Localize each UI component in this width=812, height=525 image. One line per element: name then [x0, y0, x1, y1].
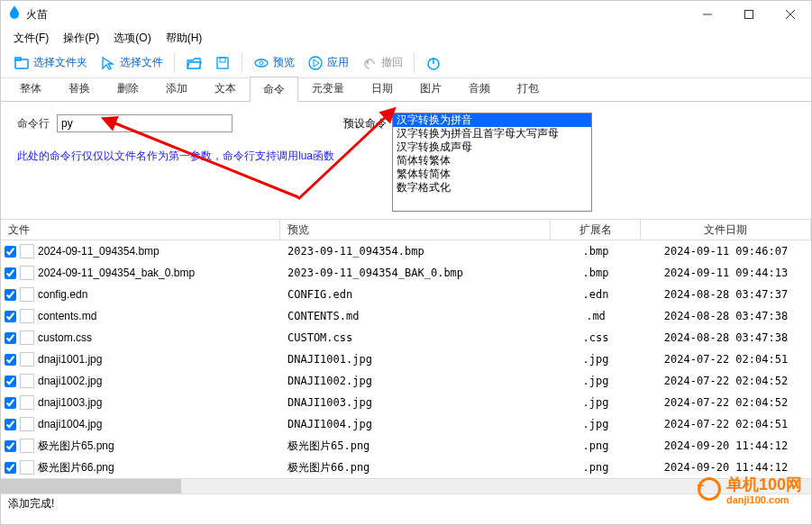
table-row[interactable]: 极光图片66.png极光图片66.png.png2024-09-20 11:44… [1, 457, 811, 478]
command-line-input[interactable] [57, 114, 233, 132]
table-row[interactable]: dnaji1003.jpgDNAJI1003.jpg.jpg2024-07-22… [1, 392, 811, 413]
table-row[interactable]: contents.mdCONTENTS.md.md2024-08-28 03:4… [1, 305, 811, 327]
row-checkbox[interactable] [5, 246, 16, 258]
tab-6[interactable]: 元变量 [298, 76, 358, 101]
preview-button[interactable]: 预览 [248, 51, 300, 75]
table-row[interactable]: dnaji1004.jpgDNAJI1004.jpg.jpg2024-07-22… [1, 413, 811, 435]
open-button[interactable] [180, 51, 207, 75]
maximize-button[interactable] [728, 1, 770, 28]
preset-command-list[interactable]: 汉字转换为拼音汉字转换为拼音且首字母大写声母汉字转换成声母简体转繁体繁体转简体数… [392, 113, 592, 212]
eye-icon [253, 55, 269, 71]
file-icon [20, 395, 34, 410]
cell-ext: .png [551, 461, 641, 474]
tab-7[interactable]: 日期 [358, 76, 406, 101]
row-checkbox[interactable] [5, 462, 16, 474]
command-panel: 命令行 此处的命令行仅仅以文件名作为第一参数，命令行支持调用lua函数 预设命令… [1, 102, 811, 219]
cell-ext: .md [551, 310, 641, 322]
cell-date: 2024-07-22 02:04:51 [641, 418, 811, 430]
preset-option[interactable]: 繁体转简体 [393, 167, 591, 181]
tab-9[interactable]: 音频 [455, 76, 504, 101]
col-header-ext[interactable]: 扩展名 [551, 220, 641, 240]
menu-operate[interactable]: 操作(P) [56, 29, 106, 48]
table-row[interactable]: dnaji1002.jpgDNAJI1002.jpg.jpg2024-07-22… [1, 370, 811, 392]
cell-preview: DNAJI1003.jpg [280, 396, 551, 409]
table-row[interactable]: config.ednCONFIG.edn.edn2024-08-28 03:47… [1, 284, 811, 305]
save-icon [214, 55, 231, 71]
save-button[interactable] [209, 51, 236, 75]
cell-date: 2024-09-20 11:44:12 [641, 439, 811, 452]
row-checkbox[interactable] [5, 376, 16, 387]
table-row[interactable]: 极光图片65.png极光图片65.png.png2024-09-20 11:44… [1, 435, 811, 457]
cell-date: 2024-08-28 03:47:38 [641, 310, 811, 322]
select-folder-button[interactable]: 选择文件夹 [8, 51, 93, 75]
tab-4[interactable]: 文本 [201, 76, 250, 101]
tab-1[interactable]: 替换 [55, 76, 104, 101]
select-files-button[interactable]: 选择文件 [95, 51, 169, 75]
cell-preview: 2023-09-11_094354.bmp [280, 245, 551, 258]
cell-date: 2024-09-11 09:44:13 [641, 267, 811, 279]
row-checkbox[interactable] [5, 419, 16, 430]
select-folder-label: 选择文件夹 [33, 55, 87, 70]
svg-rect-7 [220, 58, 225, 62]
table-row[interactable]: 2024-09-11_094354.bmp2023-09-11_094354.b… [1, 240, 811, 262]
file-grid-body[interactable]: 2024-09-11_094354.bmp2023-09-11_094354.b… [1, 240, 811, 478]
menu-options[interactable]: 选项(O) [106, 29, 158, 48]
cell-preview: DNAJI1002.jpg [280, 375, 551, 387]
cell-ext: .edn [551, 288, 641, 301]
table-row[interactable]: 2024-09-11_094354_bak_0.bmp2023-09-11_09… [1, 262, 811, 284]
tab-10[interactable]: 打包 [504, 76, 552, 101]
tab-3[interactable]: 添加 [152, 76, 201, 101]
file-icon [20, 266, 34, 280]
file-icon [20, 309, 34, 323]
cell-file: 2024-09-11_094354_bak_0.bmp [38, 267, 195, 279]
cell-file: 极光图片66.png [38, 460, 114, 475]
close-button[interactable] [770, 1, 811, 28]
tab-bar: 整体替换删除添加文本命令元变量日期图片音频打包 [1, 78, 811, 102]
cell-file: dnaji1004.jpg [38, 418, 102, 430]
cell-file: dnaji1001.jpg [38, 353, 102, 366]
tab-2[interactable]: 删除 [104, 76, 152, 101]
preset-option[interactable]: 数字格式化 [393, 181, 591, 195]
preset-option[interactable]: 简体转繁体 [393, 154, 591, 167]
menu-help[interactable]: 帮助(H) [159, 29, 210, 48]
power-button[interactable] [420, 51, 447, 75]
preset-option[interactable]: 汉字转换成声母 [393, 140, 591, 154]
col-header-preview[interactable]: 预览 [280, 220, 551, 240]
cell-date: 2024-08-28 03:47:38 [641, 331, 811, 344]
play-icon [307, 55, 324, 71]
undo-button[interactable]: 撤回 [356, 51, 408, 75]
undo-label: 撤回 [381, 55, 403, 70]
cell-preview: CONFIG.edn [280, 288, 551, 301]
minimize-button[interactable] [687, 1, 728, 28]
preset-option[interactable]: 汉字转换为拼音且首字母大写声母 [393, 127, 591, 140]
row-checkbox[interactable] [5, 440, 16, 452]
cell-ext: .bmp [551, 267, 641, 279]
cell-preview: DNAJI1004.jpg [280, 418, 551, 430]
tab-0[interactable]: 整体 [6, 76, 55, 101]
col-header-file[interactable]: 文件 [1, 220, 280, 240]
undo-icon [361, 55, 378, 71]
tab-8[interactable]: 图片 [406, 76, 455, 101]
tab-5[interactable]: 命令 [250, 77, 298, 102]
status-text: 添加完成! [8, 496, 54, 511]
preset-command-label: 预设命令 [343, 116, 387, 131]
preset-option[interactable]: 汉字转换为拼音 [393, 113, 591, 127]
table-row[interactable]: custom.cssCUSTOM.css.css2024-08-28 03:47… [1, 327, 811, 348]
row-checkbox[interactable] [5, 289, 16, 301]
col-header-date[interactable]: 文件日期 [641, 220, 811, 240]
menu-file[interactable]: 文件(F) [6, 29, 56, 48]
row-checkbox[interactable] [5, 397, 16, 409]
row-checkbox[interactable] [5, 354, 16, 366]
row-checkbox[interactable] [5, 332, 16, 344]
row-checkbox[interactable] [5, 267, 16, 279]
apply-label: 应用 [327, 55, 349, 70]
table-row[interactable]: dnaji1001.jpgDNAJI1001.jpg.jpg2024-07-22… [1, 348, 811, 370]
file-icon [20, 287, 34, 302]
cell-preview: 2023-09-11_094354_BAK_0.bmp [280, 267, 551, 279]
horizontal-scrollbar[interactable] [1, 478, 811, 493]
cell-preview: DNAJI1001.jpg [280, 353, 551, 366]
apply-button[interactable]: 应用 [302, 51, 354, 75]
row-checkbox[interactable] [5, 311, 16, 322]
cell-date: 2024-09-20 11:44:12 [641, 461, 811, 474]
toolbar: 选择文件夹 选择文件 预览 应用 撤回 [1, 48, 811, 78]
